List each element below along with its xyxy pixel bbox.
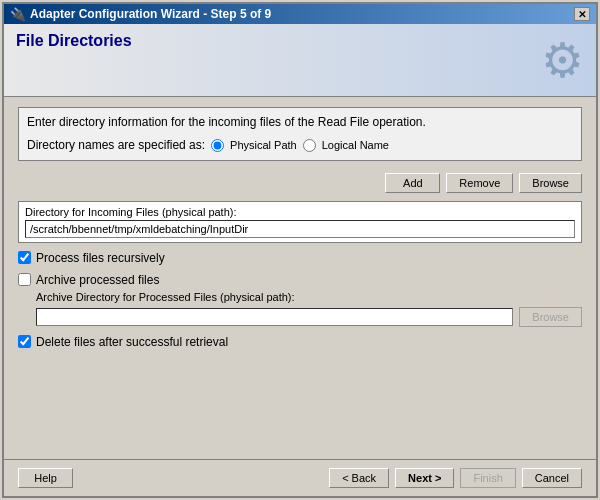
page-title: File Directories [16,32,132,50]
incoming-dir-input[interactable] [25,220,575,238]
add-button[interactable]: Add [385,173,440,193]
close-button[interactable]: ✕ [574,7,590,21]
help-button[interactable]: Help [18,468,73,488]
logical-name-label[interactable]: Logical Name [322,138,389,153]
archive-path-input[interactable] [36,308,513,326]
incoming-dir-group: Directory for Incoming Files (physical p… [18,201,582,243]
physical-path-label[interactable]: Physical Path [230,138,297,153]
main-window: 🔌 Adapter Configuration Wizard - Step 5 … [2,2,598,498]
process-recursive-label[interactable]: Process files recursively [36,251,165,265]
title-bar-text: Adapter Configuration Wizard - Step 5 of… [30,7,271,21]
delete-files-checkbox[interactable] [18,335,31,348]
next-button[interactable]: Next > [395,468,454,488]
archive-files-checkbox[interactable] [18,273,31,286]
info-box: Enter directory information for the inco… [18,107,582,161]
incoming-dir-label: Directory for Incoming Files (physical p… [25,206,575,218]
process-recursive-checkbox[interactable] [18,251,31,264]
delete-files-row: Delete files after successful retrieval [18,335,582,349]
content-area: Enter directory information for the inco… [4,97,596,459]
delete-files-label[interactable]: Delete files after successful retrieval [36,335,228,349]
finish-button[interactable]: Finish [460,468,515,488]
browse-button[interactable]: Browse [519,173,582,193]
action-buttons-row: Add Remove Browse [18,173,582,193]
back-button[interactable]: < Back [329,468,389,488]
title-bar-icon: 🔌 [10,7,26,22]
logical-name-radio[interactable] [303,139,316,152]
archive-section: Archive processed files Archive Director… [18,273,582,327]
physical-path-radio[interactable] [211,139,224,152]
remove-button[interactable]: Remove [446,173,513,193]
gear-icon: ⚙ [541,32,584,88]
footer: Help < Back Next > Finish Cancel [4,459,596,496]
archive-browse-button[interactable]: Browse [519,307,582,327]
info-text: Enter directory information for the inco… [27,114,573,131]
archive-path-row: Browse [36,307,582,327]
header-section: File Directories ⚙ [4,24,596,97]
archive-files-label[interactable]: Archive processed files [36,273,159,287]
archive-files-row: Archive processed files [18,273,582,287]
process-recursive-row: Process files recursively [18,251,582,265]
title-bar: 🔌 Adapter Configuration Wizard - Step 5 … [4,4,596,24]
radio-label: Directory names are specified as: [27,137,205,154]
cancel-button[interactable]: Cancel [522,468,582,488]
archive-path-label: Archive Directory for Processed Files (p… [36,291,582,303]
